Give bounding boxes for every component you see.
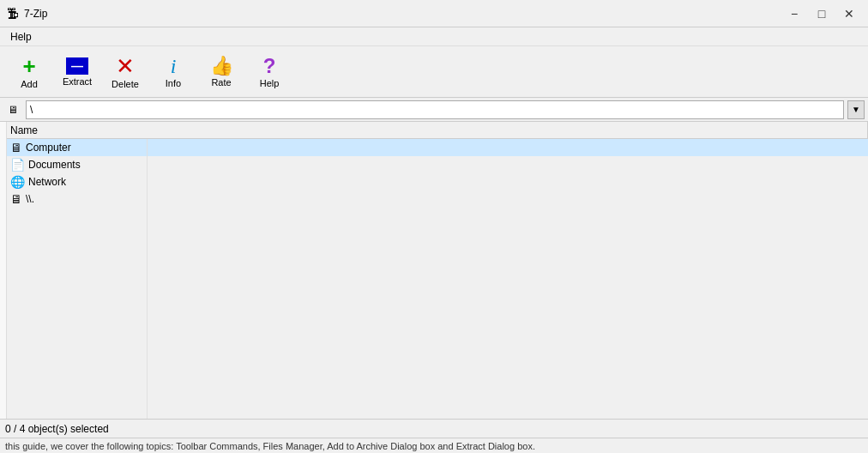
delete-label: Delete: [112, 79, 139, 89]
rate-label: Rate: [211, 77, 231, 88]
computer-icon: 🖥: [10, 141, 22, 154]
item-name: Computer: [26, 142, 71, 154]
unc-icon: 🖥: [10, 192, 22, 206]
item-name: Documents: [28, 159, 81, 171]
left-panel: [0, 122, 7, 419]
list-item[interactable]: 🖥 \\.: [7, 190, 868, 208]
extract-button[interactable]: — Extract: [55, 50, 99, 94]
item-name: Network: [28, 176, 66, 188]
status-bar: 0 / 4 object(s) selected: [0, 419, 868, 438]
app-title: 7-Zip: [24, 8, 47, 20]
main-area: Name 🖥 Computer 📄 Documents 🌐 Network 🖥 …: [0, 122, 868, 419]
add-label: Add: [21, 79, 38, 89]
name-column-header: Name: [7, 122, 868, 138]
menu-bar: Help: [0, 27, 868, 46]
bottom-overlay: this guide, we cover the following topic…: [0, 438, 868, 453]
status-text: 0 / 4 object(s) selected: [5, 423, 109, 435]
title-bar: 🗜 7-Zip − □ ✕: [0, 0, 868, 27]
network-icon: 🌐: [10, 175, 25, 189]
bottom-text: this guide, we cover the following topic…: [5, 441, 535, 451]
maximize-button[interactable]: □: [810, 5, 834, 22]
add-icon: +: [22, 55, 35, 77]
computer-small-icon: 🖥: [8, 104, 18, 116]
info-button[interactable]: i Info: [151, 50, 196, 94]
list-item[interactable]: 🖥 Computer: [7, 139, 868, 156]
address-dropdown-button[interactable]: ▼: [847, 100, 865, 119]
list-item[interactable]: 🌐 Network: [7, 173, 868, 190]
help-button[interactable]: ? Help: [247, 50, 292, 94]
documents-icon: 📄: [10, 158, 25, 172]
rate-button[interactable]: 👍 Rate: [199, 50, 244, 94]
item-name: \\.: [26, 193, 34, 205]
close-button[interactable]: ✕: [837, 5, 861, 22]
toolbar: + Add — Extract ✕ Delete i Info 👍 Rate ?…: [0, 46, 868, 98]
title-controls: − □ ✕: [782, 5, 861, 22]
column-header: Name: [7, 122, 868, 139]
address-bar: 🖥 ▼: [0, 98, 868, 122]
app-icon: 🗜: [7, 7, 19, 21]
extract-label: Extract: [63, 76, 92, 87]
help-icon: ?: [263, 56, 276, 76]
address-input[interactable]: [26, 100, 844, 119]
help-label: Help: [260, 78, 280, 88]
menu-help[interactable]: Help: [3, 29, 39, 45]
file-list-container: Name 🖥 Computer 📄 Documents 🌐 Network 🖥 …: [7, 122, 868, 419]
info-label: Info: [166, 78, 181, 88]
rate-icon: 👍: [210, 57, 233, 76]
title-left: 🗜 7-Zip: [7, 7, 47, 21]
delete-icon: ✕: [116, 55, 135, 77]
add-button[interactable]: + Add: [7, 50, 51, 94]
info-icon: i: [171, 56, 177, 76]
extract-icon: —: [66, 57, 88, 75]
minimize-button[interactable]: −: [782, 5, 806, 22]
list-item[interactable]: 📄 Documents: [7, 156, 868, 173]
file-list: 🖥 Computer 📄 Documents 🌐 Network 🖥 \\.: [7, 139, 868, 419]
delete-button[interactable]: ✕ Delete: [103, 50, 148, 94]
address-nav-button[interactable]: 🖥: [3, 100, 22, 119]
